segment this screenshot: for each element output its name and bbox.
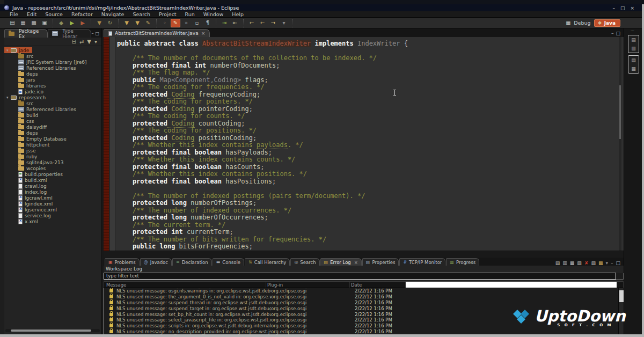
- maximize-editor-icon[interactable]: □: [616, 31, 620, 36]
- tree-item-lgservice-xml[interactable]: lgservice.xml: [4, 207, 101, 213]
- tab-search[interactable]: ◎Search: [290, 258, 319, 266]
- save-icon[interactable]: ▦: [18, 19, 28, 27]
- tab-javadoc[interactable]: @Javadoc: [140, 258, 172, 266]
- tree-item-wcopies[interactable]: wcopies: [4, 165, 101, 171]
- minimized-view2-icon[interactable]: ▤: [631, 57, 636, 63]
- maximize-view-icon[interactable]: □: [95, 31, 99, 36]
- minimized-view3-icon[interactable]: ▦: [631, 66, 636, 71]
- print-icon[interactable]: ▣: [40, 19, 49, 27]
- show-whitespace-icon[interactable]: ¶: [203, 19, 213, 27]
- tab-package-explorer[interactable]: Package Ex: [4, 29, 48, 38]
- export-log-icon[interactable]: ▦: [570, 260, 575, 266]
- skip-breakpoints-icon[interactable]: ◆: [56, 19, 66, 27]
- filter-input[interactable]: type filter text: [104, 273, 616, 280]
- close-button[interactable]: ×: [630, 5, 634, 11]
- tab-console[interactable]: ▬Console: [213, 258, 244, 266]
- tree-item-build-xml[interactable]: build.xml: [4, 177, 101, 183]
- tab-type-hierarchy[interactable]: Type Hierar: [48, 29, 91, 38]
- new-file-icon[interactable]: ▤: [8, 19, 17, 27]
- editor-vertical-scrollbar[interactable]: [619, 37, 621, 251]
- run-icon[interactable]: ▶: [67, 19, 77, 27]
- tree-item-jars[interactable]: jars: [4, 77, 101, 83]
- tree-item-crawl-log[interactable]: crawl.log: [4, 183, 101, 189]
- tab-call-hierarchy[interactable]: ⇅Call Hierarchy: [245, 258, 290, 266]
- menu-run[interactable]: Run: [181, 11, 199, 18]
- tree-item-build-properties[interactable]: build.properties: [4, 171, 101, 177]
- minimized-view-stack-1[interactable]: ▤▥: [628, 35, 639, 53]
- tree-item-ruby[interactable]: ruby: [4, 153, 101, 159]
- minimized-outline-icon[interactable]: ▥: [631, 46, 636, 51]
- tree-item-jre-system-library-jre6[interactable]: JRE System Library [jre6]: [4, 59, 101, 65]
- focus-icon[interactable]: ▼: [87, 39, 91, 45]
- minimized-view-stack-2[interactable]: ▤▦: [628, 55, 639, 74]
- tab-tcp-ip-monitor[interactable]: ⇵TCP/IP Monitor: [399, 258, 445, 266]
- tree-item-service-log[interactable]: service.log: [4, 213, 101, 218]
- tree-item-build[interactable]: build: [4, 112, 101, 118]
- tree-item-jade-ico[interactable]: jade.ico: [4, 89, 101, 94]
- delete-log-icon[interactable]: ✘: [584, 260, 589, 266]
- tree-item-reposearch[interactable]: ▾reposearch: [4, 94, 101, 100]
- tree-item-deps[interactable]: deps: [4, 130, 101, 136]
- back2-icon[interactable]: ←: [258, 19, 267, 27]
- back-icon[interactable]: ←: [247, 19, 257, 27]
- tree-item-deps[interactable]: deps: [4, 71, 101, 77]
- tree-item-sqlite4java-213[interactable]: sqlite4java-213: [4, 159, 101, 165]
- tree-item-httpclient[interactable]: httpclient: [4, 142, 101, 148]
- tab-properties[interactable]: ▤Properties: [362, 258, 399, 266]
- minimize-button[interactable]: –: [612, 5, 615, 11]
- link-editor-icon[interactable]: ⇤: [230, 19, 240, 27]
- open-perspective-icon[interactable]: ▦: [566, 20, 570, 26]
- code-editor[interactable]: public abstract class AbstractBitStreamI…: [104, 37, 624, 251]
- tab-progress[interactable]: ▥Progress: [446, 258, 479, 266]
- pin-log-icon[interactable]: ▤: [555, 260, 560, 266]
- menu-file[interactable]: File: [5, 11, 23, 18]
- tree-item-lgcrawl-xml[interactable]: lgcrawl.xml: [4, 195, 101, 201]
- tree-item-jsse[interactable]: jsse: [4, 148, 101, 153]
- close-tab-icon[interactable]: ×: [354, 260, 358, 265]
- mark-occurrences-icon[interactable]: ✎: [171, 19, 180, 27]
- menu-help[interactable]: Help: [228, 11, 248, 18]
- log-row[interactable]: NLS unused message: the_argument_0_is_no…: [104, 294, 624, 300]
- title-bar[interactable]: Java - reposearch/src/it/unimi/dsi/mg4j/…: [0, 4, 642, 11]
- tree-item-src[interactable]: src: [4, 100, 101, 106]
- column-message[interactable]: Message: [104, 282, 266, 288]
- java-perspective-button[interactable]: ❖ Java: [594, 19, 620, 27]
- open-resource-icon[interactable]: ▼: [133, 19, 142, 27]
- sidebar-horizontal-scrollbar[interactable]: [5, 329, 100, 332]
- tree-item-lgindex-xml[interactable]: lgindex.xml: [4, 201, 101, 207]
- minimize-panel-icon[interactable]: –: [611, 260, 613, 266]
- import-log-icon[interactable]: ▧: [577, 260, 582, 266]
- menu-source[interactable]: Source: [41, 11, 67, 18]
- tab-problems[interactable]: ▣Problems: [105, 258, 140, 266]
- menu-search[interactable]: Search: [128, 11, 155, 18]
- new-project-icon[interactable]: ▼: [94, 19, 104, 27]
- tree-item-referenced-libraries[interactable]: Referenced Libraries: [4, 65, 101, 71]
- column-date[interactable]: Date: [350, 282, 406, 288]
- refresh-icon[interactable]: ↻: [105, 19, 115, 27]
- minimize-view-icon[interactable]: –: [91, 31, 93, 36]
- menu-navigate[interactable]: Navigate: [97, 11, 129, 18]
- menu-refactor[interactable]: Refactor: [67, 11, 97, 18]
- tab-declaration[interactable]: ≡Declaration: [172, 258, 212, 266]
- maximize-panel-icon[interactable]: □: [616, 260, 620, 266]
- view-menu-icon[interactable]: ▾: [94, 39, 97, 45]
- tree-item-index-log[interactable]: index.log: [4, 189, 101, 195]
- column-plugin[interactable]: Plug-in: [266, 282, 350, 288]
- tree-item-css[interactable]: css: [4, 118, 101, 124]
- filter-options-button[interactable]: [616, 273, 624, 280]
- last-edit-icon[interactable]: ◦: [160, 19, 170, 27]
- tab-error-log[interactable]: ▤Error Log×: [320, 258, 362, 266]
- menu-window[interactable]: Window: [199, 11, 228, 18]
- open-log-icon[interactable]: ▩: [598, 260, 603, 266]
- link-with-editor-icon[interactable]: ⇄: [79, 39, 84, 45]
- forward-icon[interactable]: →: [268, 19, 278, 27]
- tree-item-src[interactable]: src: [4, 53, 101, 59]
- debug-perspective-button[interactable]: Debug: [574, 20, 590, 26]
- run-external-icon[interactable]: ▶: [78, 19, 87, 27]
- maximize-button[interactable]: □: [620, 5, 625, 11]
- toggle-mark-icon[interactable]: ⇥: [219, 19, 229, 27]
- forward-menu-icon[interactable]: ▾: [279, 19, 289, 27]
- show-stack-trace-icon[interactable]: ▥: [562, 260, 567, 266]
- tree-item-x-xml[interactable]: x.xml: [4, 218, 101, 224]
- tree-item-libraries[interactable]: libraries: [4, 83, 101, 89]
